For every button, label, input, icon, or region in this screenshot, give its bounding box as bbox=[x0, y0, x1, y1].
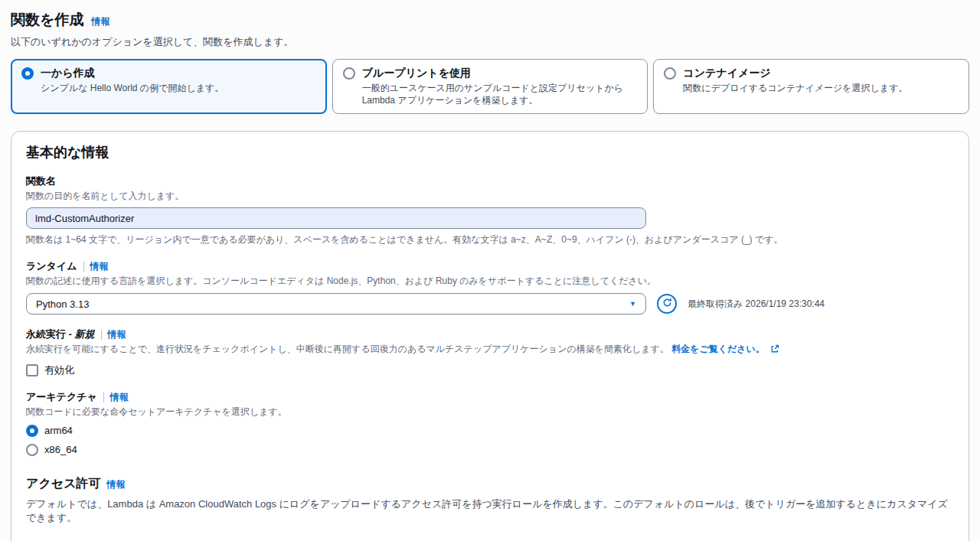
durable-execution-info-link[interactable]: 情報 bbox=[108, 328, 126, 341]
chevron-down-icon: ▼ bbox=[629, 300, 636, 308]
runtime-select[interactable]: Python 3.13 ▼ bbox=[26, 293, 646, 314]
durable-execution-label: 永続実行 - bbox=[26, 328, 72, 340]
runtime-info-link[interactable]: 情報 bbox=[90, 260, 109, 273]
tile-description: 関数にデプロイするコンテナイメージを選択します。 bbox=[683, 82, 907, 94]
function-name-field: 関数名 関数の目的を名前として入力します。 関数名は 1~64 文字で、リージョ… bbox=[26, 174, 954, 246]
permissions-header: アクセス許可 情報 bbox=[26, 476, 954, 492]
architecture-info-link[interactable]: 情報 bbox=[110, 391, 129, 404]
refresh-runtimes-button[interactable] bbox=[657, 294, 677, 314]
page-subtitle: 以下のいずれかのオプションを選択して、関数を作成します。 bbox=[11, 35, 969, 49]
refresh-icon bbox=[662, 298, 672, 310]
tile-use-blueprint[interactable]: ブループリントを使用 一般的ユースケース用のサンプルコードと設定プリセットから … bbox=[332, 59, 648, 114]
function-name-constraint: 関数名は 1~64 文字で、リージョン内で一意である必要があり、スペースを含める… bbox=[26, 233, 954, 246]
tile-author-from-scratch[interactable]: 一から作成 シンプルな Hello World の例で開始します。 bbox=[11, 59, 327, 114]
radio-checked-icon[interactable] bbox=[21, 67, 34, 80]
tile-title: コンテナイメージ bbox=[683, 67, 907, 80]
architecture-field: アーキテクチャ 情報 関数コードに必要な命令セットアーキテクチャを選択します。 … bbox=[26, 390, 954, 456]
permissions-info-link[interactable]: 情報 bbox=[107, 478, 126, 491]
radio-unchecked-icon[interactable] bbox=[664, 67, 676, 80]
architecture-label: アーキテクチャ bbox=[26, 390, 97, 404]
basic-information-heading: 基本的な情報 bbox=[26, 143, 954, 161]
pricing-link[interactable]: 料金をご覧ください。 bbox=[671, 344, 765, 354]
runtime-last-fetched: 最終取得済み 2026/1/19 23:30:44 bbox=[688, 298, 825, 311]
durable-execution-description: 永続実行を可能にすることで、進行状況をチェックポイントし、中断後に再開する回復力… bbox=[26, 344, 669, 354]
permissions-description: デフォルトでは、Lambda は Amazon CloudWatch Logs … bbox=[26, 497, 954, 525]
durable-execution-enable-row[interactable]: 有効化 bbox=[26, 363, 954, 377]
durable-execution-field: 永続実行 - 新規 情報 永続実行を可能にすることで、進行状況をチェックポイント… bbox=[26, 328, 954, 377]
creation-option-tiles: 一から作成 シンプルな Hello World の例で開始します。 ブループリン… bbox=[11, 59, 969, 114]
tile-container-image[interactable]: コンテナイメージ 関数にデプロイするコンテナイメージを選択します。 bbox=[653, 59, 969, 114]
page-title: 関数を作成 bbox=[11, 10, 83, 30]
function-name-description: 関数の目的を名前として入力します。 bbox=[26, 191, 954, 202]
function-name-input[interactable] bbox=[26, 207, 646, 229]
architecture-option-label: x86_64 bbox=[44, 444, 77, 455]
external-link-icon bbox=[770, 345, 779, 356]
radio-unchecked-icon[interactable] bbox=[26, 444, 38, 456]
runtime-field: ランタイム 情報 関数の記述に使用する言語を選択します。コンソールコードエディタ… bbox=[26, 259, 954, 314]
label-separator bbox=[103, 393, 104, 402]
label-separator bbox=[101, 330, 102, 340]
tile-description: 一般的ユースケース用のサンプルコードと設定プリセットから Lambda アプリケ… bbox=[362, 82, 638, 106]
tile-description: シンプルな Hello World の例で開始します。 bbox=[41, 82, 224, 94]
architecture-option-arm64[interactable]: arm64 bbox=[26, 424, 954, 437]
durable-execution-checkbox-label: 有効化 bbox=[44, 363, 74, 377]
radio-checked-icon[interactable] bbox=[26, 425, 38, 437]
tile-title: 一から作成 bbox=[41, 67, 224, 80]
architecture-option-label: arm64 bbox=[44, 425, 73, 436]
runtime-description: 関数の記述に使用する言語を選択します。コンソールコードエディタは Node.js… bbox=[26, 275, 954, 287]
runtime-label: ランタイム bbox=[26, 259, 77, 273]
radio-unchecked-icon[interactable] bbox=[343, 67, 355, 80]
title-info-link[interactable]: 情報 bbox=[91, 15, 109, 28]
checkbox-unchecked-icon[interactable] bbox=[26, 364, 38, 376]
basic-information-container: 基本的な情報 関数名 関数の目的を名前として入力します。 関数名は 1~64 文… bbox=[11, 131, 969, 541]
architecture-option-x86-64[interactable]: x86_64 bbox=[26, 443, 954, 456]
runtime-selected-value: Python 3.13 bbox=[36, 298, 89, 310]
durable-execution-new-flag: 新規 bbox=[75, 328, 95, 340]
permissions-heading: アクセス許可 bbox=[26, 476, 101, 492]
tile-title: ブループリントを使用 bbox=[362, 67, 638, 80]
create-function-page: 関数を作成 情報 以下のいずれかのオプションを選択して、関数を作成します。 一か… bbox=[0, 0, 980, 541]
function-name-label: 関数名 bbox=[26, 174, 56, 188]
page-header: 関数を作成 情報 bbox=[11, 10, 969, 30]
architecture-description: 関数コードに必要な命令セットアーキテクチャを選択します。 bbox=[26, 406, 954, 418]
label-separator bbox=[83, 262, 84, 272]
